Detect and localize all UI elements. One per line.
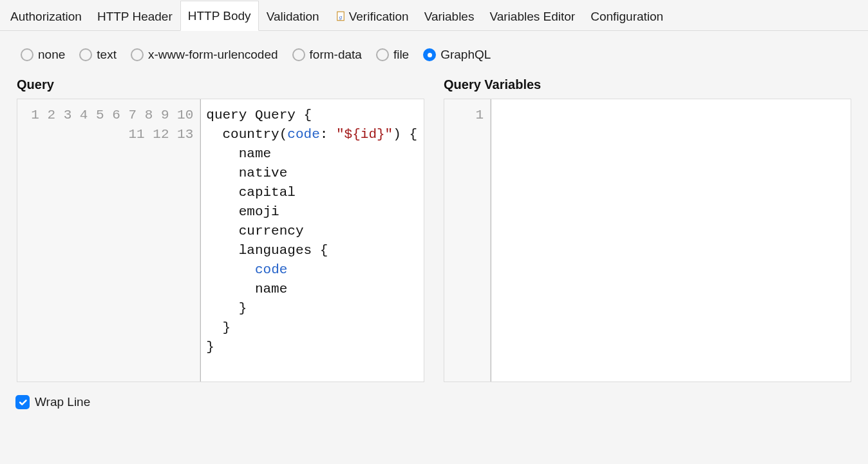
tab-http-header[interactable]: HTTP Header: [90, 1, 180, 31]
query-panel: Query 1 2 3 4 5 6 7 8 9 10 11 12 13 quer…: [17, 77, 424, 382]
query-gutter: 1 2 3 4 5 6 7 8 9 10 11 12 13: [17, 99, 200, 382]
variables-gutter: 1: [444, 99, 491, 382]
body-type-x-www-form-urlencoded[interactable]: x-www-form-urlencoded: [131, 48, 278, 62]
tab-variables[interactable]: Variables: [417, 1, 482, 31]
tab-authorization[interactable]: Authorization: [3, 1, 90, 31]
body-type-label: x-www-form-urlencoded: [148, 48, 278, 62]
svg-text:g: g: [339, 13, 342, 19]
body-type-label: file: [393, 48, 409, 62]
variables-editor[interactable]: 1: [444, 99, 851, 382]
tab-label: Variables: [424, 10, 475, 23]
radio-icon: [423, 48, 436, 61]
tab-label: Configuration: [590, 10, 663, 23]
tab-label: Verification: [349, 10, 409, 23]
tab-label: HTTP Header: [97, 10, 173, 23]
tab-label: HTTP Body: [188, 9, 251, 23]
tab-variables-editor[interactable]: Variables Editor: [482, 1, 583, 31]
tab-http-body[interactable]: HTTP Body: [180, 1, 259, 31]
wrap-line-checkbox[interactable]: [15, 395, 30, 409]
check-icon: [18, 398, 28, 407]
body-type-label: text: [97, 48, 117, 62]
body-type-form-data[interactable]: form-data: [292, 48, 362, 62]
tab-configuration[interactable]: Configuration: [583, 1, 671, 31]
tab-label: Authorization: [10, 10, 82, 23]
variables-code[interactable]: [491, 99, 851, 382]
script-icon: g: [335, 10, 346, 22]
query-code[interactable]: query Query { country(code: "${id}") { n…: [200, 99, 424, 382]
radio-icon: [131, 48, 144, 61]
body-type-row: nonetextx-www-form-urlencodedform-datafi…: [0, 31, 868, 68]
tab-verification[interactable]: gVerification: [327, 1, 417, 31]
wrap-line-label[interactable]: Wrap Line: [35, 395, 90, 409]
query-title: Query: [17, 77, 424, 92]
radio-icon: [21, 48, 33, 61]
query-editor[interactable]: 1 2 3 4 5 6 7 8 9 10 11 12 13 query Quer…: [17, 99, 424, 382]
tab-validation[interactable]: Validation: [259, 1, 327, 31]
radio-icon: [79, 48, 92, 61]
body-type-none[interactable]: none: [21, 48, 65, 62]
body-type-graphql[interactable]: GraphQL: [423, 48, 491, 62]
editor-footer: Wrap Line: [0, 387, 868, 417]
radio-icon: [376, 48, 389, 61]
radio-icon: [292, 48, 305, 61]
tab-label: Variables Editor: [489, 10, 575, 23]
variables-title: Query Variables: [444, 77, 851, 92]
body-type-label: form-data: [310, 48, 362, 62]
body-type-text[interactable]: text: [79, 48, 117, 62]
body-type-label: GraphQL: [440, 48, 491, 62]
variables-panel: Query Variables 1: [444, 77, 851, 382]
body-type-label: none: [38, 48, 65, 62]
body-type-file[interactable]: file: [376, 48, 409, 62]
tabs-bar: AuthorizationHTTP HeaderHTTP BodyValidat…: [0, 0, 868, 31]
tab-label: Validation: [267, 10, 319, 23]
